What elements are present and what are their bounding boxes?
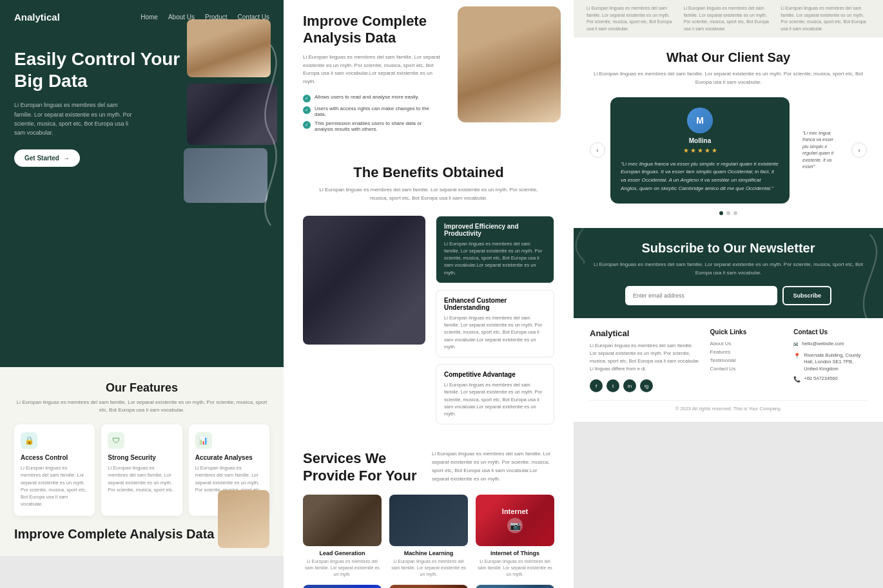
instagram-icon[interactable]: in	[623, 379, 636, 392]
middle-panel: Improve CompleteAnalysis Data Li Europan…	[284, 0, 574, 588]
services-section: Services We Provide For Your Li Europan …	[284, 437, 574, 588]
hero-desc: Li Europan linguas es membres del sam fa…	[14, 100, 137, 138]
hero-title: Easily Control Your Big Data	[14, 48, 188, 91]
footer-contact[interactable]: Contact Us	[710, 366, 784, 372]
footer-logo: Analytical	[590, 328, 700, 338]
benefit-text-1: Li Europan linguas es membres del sam fa…	[444, 240, 546, 276]
arrow-icon: →	[63, 155, 70, 162]
footer-about[interactable]: About Us	[710, 341, 784, 346]
dot-3[interactable]	[733, 211, 737, 215]
left-hero-section: Analytical Home About Us Product Contact…	[0, 0, 284, 367]
benefit-title-3: Competitive Advantage	[444, 371, 546, 378]
services-desc: Li Europan linguas es membres del sam fa…	[432, 450, 554, 483]
services-header: Services We Provide For Your Li Europan …	[303, 450, 554, 484]
contact-address: 📍 Riverside Building, County Hall, Londo…	[793, 352, 867, 373]
client-title: What Our Client Say	[590, 50, 867, 65]
benefits-content: Improved Efficiency and Productivity Li …	[303, 216, 554, 425]
carousel-prev-button[interactable]: ‹	[590, 142, 605, 158]
phone-icon: 📞	[793, 375, 801, 384]
footer-links-col: Quick Links About Us Features Testimonia…	[710, 328, 784, 392]
benefit-card-2: Enhanced Customer Understanding Li Europ…	[436, 290, 554, 357]
newsletter-title: Subscribe to Our Newsletter	[590, 241, 867, 256]
twitter-icon[interactable]: t	[606, 379, 619, 392]
star-3: ★	[697, 147, 703, 154]
star-rating: ★ ★ ★ ★ ★	[621, 147, 779, 154]
point-1: Allows users to read and analyse more ea…	[303, 94, 442, 102]
service-bizanalysis: Business Analysis Li Europan linguas es …	[389, 585, 468, 588]
point-2: Users with access rights can make change…	[303, 106, 442, 117]
swirl-right	[848, 228, 883, 319]
review-text: "Li mec lingua franca va esser plu simpl…	[621, 160, 779, 193]
subscribe-button[interactable]: Subscribe	[782, 286, 831, 305]
ml-text: Li Europan linguas es membres del sam fa…	[389, 558, 468, 577]
star-5: ★	[712, 147, 717, 154]
footer-grid: Analytical Li Europan linguas es membres…	[590, 328, 867, 392]
facebook-icon[interactable]: f	[590, 379, 603, 392]
email-input[interactable]	[625, 286, 777, 305]
service-ml: Machine Learning Li Europan linguas es m…	[389, 495, 468, 577]
benefits-title: The Benefits Obtained	[303, 164, 554, 181]
reviewer-avatar: M	[687, 108, 713, 133]
top-strip: Li Europan linguas es membres del sam fa…	[574, 0, 883, 37]
benefits-desc: Li Europan linguas es membres del sam fa…	[319, 186, 538, 203]
top-text-col1: Li Europan linguas es membres del sam fa…	[587, 5, 676, 32]
location-icon: 📍	[793, 352, 801, 361]
feature-card-2: 🛡 Strong Security Li Europan linguas es …	[101, 424, 182, 516]
iot-text: Li Europan linguas es membres del sam fa…	[476, 558, 554, 577]
mid-hero: Improve CompleteAnalysis Data Li Europan…	[284, 0, 574, 151]
side-review-text: "Li mec lingua franca va esser plu simpl…	[802, 130, 839, 171]
footer-features[interactable]: Features	[710, 349, 784, 355]
get-started-button[interactable]: Get Started →	[14, 149, 80, 167]
reviewer-name: Mollina	[621, 137, 779, 144]
quick-links-title: Quick Links	[710, 328, 784, 336]
footer-section: Analytical Li Europan linguas es membres…	[574, 318, 883, 422]
benefit-card-3: Competitive Advantage Li Europan linguas…	[436, 364, 554, 424]
benefit-text-3: Li Europan linguas es membres del sam fa…	[444, 381, 546, 417]
checkmark-icon-3	[303, 121, 311, 129]
mid-hero-image	[458, 6, 561, 122]
woman-preview-img	[218, 490, 269, 548]
services-grid: Lead Generation Li Europan linguas es me…	[303, 495, 554, 588]
lead-gen-image	[303, 495, 382, 546]
carousel-dots	[590, 211, 867, 215]
features-section: Our Features Li Europan linguas es membr…	[0, 367, 284, 556]
benefit-text-2: Li Europan linguas es membres del sam fa…	[444, 314, 546, 350]
contact-title: Contact Us	[793, 328, 867, 336]
contact-email: ✉ hello@website.com	[793, 341, 867, 349]
footer-desc: Li Europan linguas es membres del sam fa…	[590, 342, 700, 373]
feature-card-1: 🔒 Access Control Li Europan linguas es m…	[14, 424, 95, 516]
footer-testimonial[interactable]: Testimonial	[710, 357, 784, 363]
iot-image: Internet 📷	[476, 495, 554, 546]
email-icon: ✉	[793, 341, 799, 349]
newsletter-desc: Li Europan linguas es membres del sam fa…	[590, 261, 867, 278]
mid-hero-desc: Li Europan linguas es membres del sam fa…	[303, 53, 442, 86]
dot-2[interactable]	[726, 211, 730, 215]
right-panel: Li Europan linguas es membres del sam fa…	[574, 0, 883, 422]
feature-title-1: Access Control	[21, 454, 88, 461]
benefits-cards: Improved Efficiency and Productivity Li …	[436, 216, 554, 425]
cta-label: Get Started	[24, 155, 59, 162]
service-finance: Finance Intelligence Li Europan linguas …	[476, 585, 554, 588]
benefit-title-2: Enhanced Customer Understanding	[444, 297, 546, 311]
social-icons: f t in ig	[590, 379, 700, 392]
client-section: What Our Client Say Li Europan linguas e…	[574, 37, 883, 228]
swirl-decoration	[251, 39, 284, 232]
dot-1[interactable]	[719, 211, 723, 215]
carousel-next-button[interactable]: ›	[851, 142, 867, 158]
swirl-left	[574, 228, 603, 267]
lead-gen-title: Lead Generation	[303, 550, 382, 556]
bizanalysis-image	[389, 585, 468, 588]
service-bigdata: Big Data Analysis Li Europan linguas es …	[303, 585, 382, 588]
finance-image	[476, 585, 554, 588]
newsletter-form: Subscribe	[625, 286, 831, 305]
iot-title: Internet of Things	[476, 550, 554, 556]
bigdata-image	[303, 585, 382, 588]
contact-phone: 📞 +60 547234560	[793, 375, 867, 384]
feature-text-3: Li Europan linguas es membres del sam fa…	[195, 464, 263, 493]
linkedin-icon[interactable]: ig	[640, 379, 653, 392]
nav-home[interactable]: Home	[141, 14, 158, 21]
feature-title-3: Accurate Analyses	[195, 454, 263, 461]
checkmark-icon-1	[303, 95, 311, 102]
checkmark-icon-2	[303, 106, 311, 114]
top-text-col3: Li Europan linguas es membres del sam fa…	[781, 5, 870, 32]
